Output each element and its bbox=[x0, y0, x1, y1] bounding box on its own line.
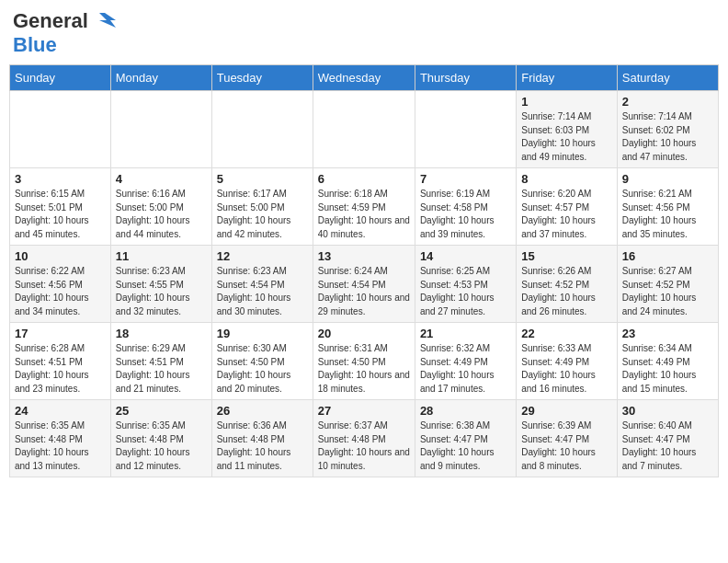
calendar-cell: 7Sunrise: 6:19 AM Sunset: 4:58 PM Daylig… bbox=[415, 168, 516, 246]
weekday-header-monday: Monday bbox=[110, 65, 211, 91]
weekday-header-thursday: Thursday bbox=[415, 65, 516, 91]
calendar-cell bbox=[313, 91, 415, 168]
day-info: Sunrise: 6:15 AM Sunset: 5:01 PM Dayligh… bbox=[15, 188, 106, 241]
calendar-cell: 15Sunrise: 6:26 AM Sunset: 4:52 PM Dayli… bbox=[517, 246, 618, 323]
calendar-cell: 2Sunrise: 7:14 AM Sunset: 6:02 PM Daylig… bbox=[617, 91, 718, 168]
day-info: Sunrise: 6:24 AM Sunset: 4:54 PM Dayligh… bbox=[318, 265, 410, 318]
calendar-week-row: 17Sunrise: 6:28 AM Sunset: 4:51 PM Dayli… bbox=[10, 323, 719, 400]
calendar-cell: 19Sunrise: 6:30 AM Sunset: 4:50 PM Dayli… bbox=[211, 323, 313, 400]
day-info: Sunrise: 6:39 AM Sunset: 4:47 PM Dayligh… bbox=[521, 419, 612, 473]
day-info: Sunrise: 6:29 AM Sunset: 4:51 PM Dayligh… bbox=[116, 342, 207, 396]
day-number: 21 bbox=[420, 327, 511, 340]
day-info: Sunrise: 6:16 AM Sunset: 5:00 PM Dayligh… bbox=[116, 188, 207, 241]
day-number: 27 bbox=[318, 404, 410, 418]
day-info: Sunrise: 6:34 AM Sunset: 4:49 PM Dayligh… bbox=[622, 342, 713, 396]
day-info: Sunrise: 6:21 AM Sunset: 4:56 PM Dayligh… bbox=[622, 188, 713, 241]
day-info: Sunrise: 6:19 AM Sunset: 4:58 PM Dayligh… bbox=[420, 188, 511, 241]
calendar-cell: 25Sunrise: 6:35 AM Sunset: 4:48 PM Dayli… bbox=[110, 400, 211, 477]
calendar-week-row: 1Sunrise: 7:14 AM Sunset: 6:03 PM Daylig… bbox=[10, 91, 719, 168]
day-info: Sunrise: 6:22 AM Sunset: 4:56 PM Dayligh… bbox=[15, 265, 106, 318]
day-info: Sunrise: 7:14 AM Sunset: 6:03 PM Dayligh… bbox=[521, 110, 612, 164]
calendar-cell: 17Sunrise: 6:28 AM Sunset: 4:51 PM Dayli… bbox=[10, 323, 111, 400]
calendar-cell: 29Sunrise: 6:39 AM Sunset: 4:47 PM Dayli… bbox=[517, 400, 618, 477]
page-header: General Blue bbox=[9, 9, 719, 57]
day-number: 25 bbox=[116, 404, 207, 418]
logo: General Blue bbox=[13, 9, 119, 57]
day-number: 14 bbox=[420, 249, 511, 263]
calendar-cell: 21Sunrise: 6:32 AM Sunset: 4:49 PM Dayli… bbox=[415, 323, 516, 400]
calendar-cell bbox=[110, 91, 211, 168]
day-number: 7 bbox=[420, 172, 511, 186]
calendar-cell: 16Sunrise: 6:27 AM Sunset: 4:52 PM Dayli… bbox=[617, 246, 718, 323]
calendar-cell: 1Sunrise: 7:14 AM Sunset: 6:03 PM Daylig… bbox=[517, 91, 618, 168]
day-number: 26 bbox=[217, 404, 308, 418]
calendar-cell: 30Sunrise: 6:40 AM Sunset: 4:47 PM Dayli… bbox=[617, 400, 718, 477]
calendar-cell: 13Sunrise: 6:24 AM Sunset: 4:54 PM Dayli… bbox=[313, 246, 415, 323]
calendar-cell: 27Sunrise: 6:37 AM Sunset: 4:48 PM Dayli… bbox=[313, 400, 415, 477]
day-number: 24 bbox=[15, 404, 106, 418]
day-number: 15 bbox=[521, 249, 612, 263]
calendar-week-row: 10Sunrise: 6:22 AM Sunset: 4:56 PM Dayli… bbox=[10, 246, 719, 323]
day-info: Sunrise: 6:27 AM Sunset: 4:52 PM Dayligh… bbox=[622, 265, 713, 318]
day-number: 3 bbox=[15, 172, 106, 186]
day-info: Sunrise: 7:14 AM Sunset: 6:02 PM Dayligh… bbox=[622, 110, 713, 164]
day-number: 19 bbox=[217, 327, 308, 340]
day-number: 23 bbox=[622, 327, 713, 340]
day-info: Sunrise: 6:33 AM Sunset: 4:49 PM Dayligh… bbox=[521, 342, 612, 396]
day-number: 18 bbox=[116, 327, 207, 340]
calendar-cell: 26Sunrise: 6:36 AM Sunset: 4:48 PM Dayli… bbox=[211, 400, 313, 477]
day-number: 11 bbox=[116, 249, 207, 263]
day-number: 20 bbox=[318, 327, 410, 340]
day-number: 1 bbox=[521, 95, 612, 109]
calendar-cell: 14Sunrise: 6:25 AM Sunset: 4:53 PM Dayli… bbox=[415, 246, 516, 323]
day-number: 12 bbox=[217, 249, 308, 263]
calendar-cell bbox=[211, 91, 313, 168]
calendar-week-row: 3Sunrise: 6:15 AM Sunset: 5:01 PM Daylig… bbox=[10, 168, 719, 246]
day-info: Sunrise: 6:31 AM Sunset: 4:50 PM Dayligh… bbox=[318, 342, 410, 396]
day-info: Sunrise: 6:28 AM Sunset: 4:51 PM Dayligh… bbox=[15, 342, 106, 396]
calendar-cell: 22Sunrise: 6:33 AM Sunset: 4:49 PM Dayli… bbox=[517, 323, 618, 400]
calendar-cell: 9Sunrise: 6:21 AM Sunset: 4:56 PM Daylig… bbox=[617, 168, 718, 246]
calendar-cell: 4Sunrise: 6:16 AM Sunset: 5:00 PM Daylig… bbox=[110, 168, 211, 246]
calendar-cell: 24Sunrise: 6:35 AM Sunset: 4:48 PM Dayli… bbox=[10, 400, 111, 477]
weekday-header-wednesday: Wednesday bbox=[313, 65, 415, 91]
day-info: Sunrise: 6:38 AM Sunset: 4:47 PM Dayligh… bbox=[420, 419, 511, 473]
day-info: Sunrise: 6:36 AM Sunset: 4:48 PM Dayligh… bbox=[217, 419, 308, 473]
calendar-cell: 8Sunrise: 6:20 AM Sunset: 4:57 PM Daylig… bbox=[517, 168, 618, 246]
calendar-cell: 5Sunrise: 6:17 AM Sunset: 5:00 PM Daylig… bbox=[211, 168, 313, 246]
day-number: 22 bbox=[521, 327, 612, 340]
day-info: Sunrise: 6:30 AM Sunset: 4:50 PM Dayligh… bbox=[217, 342, 308, 396]
svg-marker-0 bbox=[99, 13, 116, 28]
weekday-header-saturday: Saturday bbox=[617, 65, 718, 91]
day-info: Sunrise: 6:23 AM Sunset: 4:54 PM Dayligh… bbox=[217, 265, 308, 318]
calendar-header-row: SundayMondayTuesdayWednesdayThursdayFrid… bbox=[10, 65, 719, 91]
calendar-cell: 6Sunrise: 6:18 AM Sunset: 4:59 PM Daylig… bbox=[313, 168, 415, 246]
day-number: 16 bbox=[622, 249, 713, 263]
day-number: 2 bbox=[622, 95, 713, 109]
day-number: 6 bbox=[318, 172, 410, 186]
day-info: Sunrise: 6:18 AM Sunset: 4:59 PM Dayligh… bbox=[318, 188, 410, 241]
weekday-header-friday: Friday bbox=[517, 65, 618, 91]
calendar-cell: 10Sunrise: 6:22 AM Sunset: 4:56 PM Dayli… bbox=[10, 246, 111, 323]
day-number: 29 bbox=[521, 404, 612, 418]
day-info: Sunrise: 6:35 AM Sunset: 4:48 PM Dayligh… bbox=[15, 419, 106, 473]
day-info: Sunrise: 6:40 AM Sunset: 4:47 PM Dayligh… bbox=[622, 419, 713, 473]
weekday-header-tuesday: Tuesday bbox=[211, 65, 313, 91]
day-info: Sunrise: 6:32 AM Sunset: 4:49 PM Dayligh… bbox=[420, 342, 511, 396]
calendar-cell: 11Sunrise: 6:23 AM Sunset: 4:55 PM Dayli… bbox=[110, 246, 211, 323]
logo-general-text: General bbox=[13, 9, 88, 33]
day-info: Sunrise: 6:25 AM Sunset: 4:53 PM Dayligh… bbox=[420, 265, 511, 318]
day-info: Sunrise: 6:20 AM Sunset: 4:57 PM Dayligh… bbox=[521, 188, 612, 241]
day-info: Sunrise: 6:35 AM Sunset: 4:48 PM Dayligh… bbox=[116, 419, 207, 473]
day-info: Sunrise: 6:37 AM Sunset: 4:48 PM Dayligh… bbox=[318, 419, 410, 473]
day-number: 13 bbox=[318, 249, 410, 263]
logo-bird-icon bbox=[90, 11, 119, 31]
calendar-cell: 23Sunrise: 6:34 AM Sunset: 4:49 PM Dayli… bbox=[617, 323, 718, 400]
day-number: 5 bbox=[217, 172, 308, 186]
day-number: 8 bbox=[521, 172, 612, 186]
logo-blue-text: Blue bbox=[13, 33, 57, 56]
calendar-cell: 3Sunrise: 6:15 AM Sunset: 5:01 PM Daylig… bbox=[10, 168, 111, 246]
calendar-cell bbox=[10, 91, 111, 168]
calendar-cell bbox=[415, 91, 516, 168]
day-info: Sunrise: 6:17 AM Sunset: 5:00 PM Dayligh… bbox=[217, 188, 308, 241]
